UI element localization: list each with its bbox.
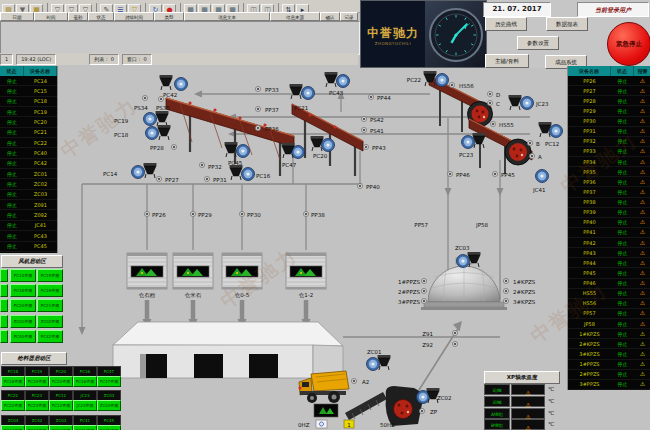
alarm-column-5[interactable]: 类型: [154, 12, 184, 21]
device-row[interactable]: HS56停止⚠: [568, 299, 650, 309]
device-row[interactable]: 停止PC40: [0, 148, 57, 158]
device-row[interactable]: PP46停止⚠: [568, 279, 650, 289]
main-aggregate-button[interactable]: 主辅/骨料: [485, 54, 529, 68]
device-row[interactable]: 停止PC14: [0, 76, 57, 86]
fan-icon[interactable]: [436, 74, 449, 87]
fan-start-button[interactable]: PC18变频: [10, 284, 36, 297]
device-row[interactable]: PP43停止⚠: [568, 248, 650, 258]
device-row[interactable]: PP31停止⚠: [568, 127, 650, 137]
feeder-start-button[interactable]: ZC42变频: [25, 425, 49, 430]
fan-start-button[interactable]: PC21变频: [37, 299, 63, 312]
alarm-column-3[interactable]: 状态: [88, 12, 114, 21]
fan-start-button-cut[interactable]: [0, 330, 8, 343]
alarm-column-0[interactable]: 日期: [0, 12, 34, 21]
fan-icon[interactable]: [146, 127, 159, 140]
emergency-stop-button[interactable]: 紧急停止: [607, 22, 650, 66]
device-row[interactable]: 停止PC18: [0, 97, 57, 107]
feeder-start-button[interactable]: JC23变频: [73, 400, 97, 411]
feeder-start-button[interactable]: PC12变频: [49, 400, 73, 411]
device-row[interactable]: PP39停止⚠: [568, 208, 650, 218]
device-row[interactable]: PP35停止⚠: [568, 167, 650, 177]
alarm-column-8[interactable]: 确认: [320, 12, 340, 21]
device-row[interactable]: 停止PC42: [0, 159, 57, 169]
feeder-start-button[interactable]: PC41变频: [73, 425, 97, 430]
device-row[interactable]: 停止PC43: [0, 231, 57, 241]
device-row[interactable]: JP58停止⚠: [568, 319, 650, 329]
device-row[interactable]: 停止Z091: [0, 200, 57, 210]
feeder-start-button[interactable]: PC45变频: [97, 425, 121, 430]
device-row[interactable]: PP33停止⚠: [568, 147, 650, 157]
fan-icon[interactable]: [536, 170, 549, 183]
device-row[interactable]: PP34停止⚠: [568, 157, 650, 167]
fan-icon[interactable]: [144, 113, 157, 126]
device-row[interactable]: PP32停止⚠: [568, 137, 650, 147]
history-curve-button[interactable]: 历史曲线: [485, 17, 527, 31]
alarm-column-1[interactable]: 时间: [34, 12, 68, 21]
feeder-start-button[interactable]: PC19变频: [25, 376, 49, 387]
fan-start-button[interactable]: PC42变频: [37, 330, 63, 343]
fan-start-button[interactable]: ZC01变频: [10, 315, 36, 328]
device-row[interactable]: PP29停止⚠: [568, 106, 650, 116]
device-row[interactable]: 1#PPZS停止⚠: [568, 360, 650, 370]
hopper-icon[interactable]: [160, 75, 173, 90]
device-row[interactable]: 停止PC21: [0, 128, 57, 138]
device-row[interactable]: 2#KPZS停止⚠: [568, 339, 650, 349]
device-row[interactable]: PP38停止⚠: [568, 198, 650, 208]
device-row[interactable]: HS55停止⚠: [568, 289, 650, 299]
silo-3[interactable]: [222, 253, 262, 289]
fan-icon[interactable]: [462, 136, 475, 149]
device-row[interactable]: 停止PC22: [0, 138, 57, 148]
silo-1[interactable]: [127, 253, 167, 289]
device-row[interactable]: PP27停止⚠: [568, 86, 650, 96]
fan-icon[interactable]: [132, 166, 145, 179]
hopper-icon[interactable]: [144, 163, 157, 178]
hopper-icon[interactable]: [325, 72, 338, 87]
device-row[interactable]: PP45停止⚠: [568, 268, 650, 278]
hopper-icon[interactable]: [290, 84, 303, 99]
fan-icon[interactable]: [175, 78, 188, 91]
device-row[interactable]: PP37停止⚠: [568, 187, 650, 197]
parameter-settings-button[interactable]: 参数设置: [517, 36, 559, 50]
feeder-start-button[interactable]: PC20变频: [49, 376, 73, 387]
device-row[interactable]: PP57停止⚠: [568, 309, 650, 319]
fan-start-button-cut[interactable]: [0, 315, 8, 328]
alarm-list[interactable]: [0, 21, 360, 55]
device-row[interactable]: PP44停止⚠: [568, 258, 650, 268]
fan-icon[interactable]: [457, 255, 470, 268]
fan-start-button[interactable]: ZC02变频: [37, 315, 63, 328]
feeder-start-button[interactable]: PC22变频: [1, 400, 25, 411]
device-row[interactable]: PP40停止⚠: [568, 218, 650, 228]
fan-start-button[interactable]: PC19变频: [37, 284, 63, 297]
fan-icon[interactable]: [242, 168, 255, 181]
silo-2[interactable]: [173, 253, 213, 289]
feeder-start-button[interactable]: PC16变频: [73, 376, 97, 387]
feeder-start-button[interactable]: ZC03变频: [49, 425, 73, 430]
device-row[interactable]: 停止Z092: [0, 210, 57, 220]
silo-4[interactable]: [286, 253, 326, 289]
fan-start-button-cut[interactable]: [0, 269, 8, 282]
feeder-start-button[interactable]: ZC04变频: [1, 425, 25, 430]
data-report-button[interactable]: 数据报表: [546, 17, 588, 31]
device-row[interactable]: 2#PPZS停止⚠: [568, 370, 650, 380]
fan-icon[interactable]: [322, 139, 335, 152]
feeder-start-button[interactable]: PC18变频: [1, 376, 25, 387]
device-row[interactable]: 停止ZC02: [0, 179, 57, 189]
fan-start-button[interactable]: PC14变频: [10, 269, 36, 282]
hopper-icon[interactable]: [158, 125, 171, 140]
bottom-conveyor[interactable]: [345, 392, 387, 420]
device-row[interactable]: 停止JC41: [0, 221, 57, 231]
alarm-column-4[interactable]: 持续时间: [114, 12, 154, 21]
device-row[interactable]: 停止PC15: [0, 86, 57, 96]
hopper-icon[interactable]: [509, 95, 522, 110]
device-row[interactable]: 1#KPZS停止⚠: [568, 329, 650, 339]
device-row[interactable]: PP36停止⚠: [568, 177, 650, 187]
fan-start-button[interactable]: PC40变频: [10, 330, 36, 343]
device-row[interactable]: 停止PC45: [0, 242, 57, 252]
device-row[interactable]: 停止ZC01: [0, 169, 57, 179]
device-row[interactable]: PP26停止⚠: [568, 76, 650, 86]
feeder-start-button[interactable]: PC47变频: [97, 376, 121, 387]
hopper-icon[interactable]: [156, 111, 169, 126]
alarm-column-2[interactable]: 毫秒: [68, 12, 88, 21]
hopper-icon[interactable]: [230, 165, 243, 180]
fan-start-button-cut[interactable]: [0, 284, 8, 297]
